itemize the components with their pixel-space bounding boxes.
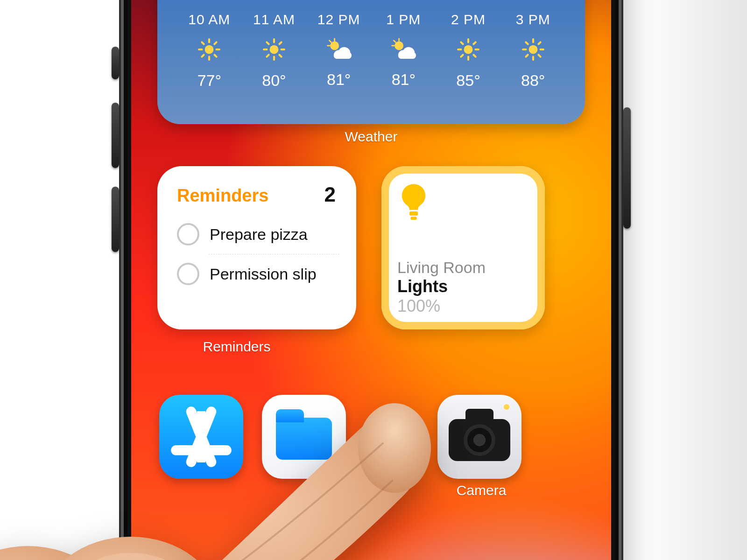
weather-widget-label: Weather <box>131 129 611 145</box>
svg-line-15 <box>215 55 217 56</box>
sun-icon <box>262 38 286 61</box>
home-device: Lights <box>397 277 529 296</box>
weather-hour-0: 10 AM 77° <box>180 12 239 90</box>
svg-line-42 <box>461 55 463 56</box>
weather-hourly: 10 AM 77° 11 AM 80° 12 PM 81° <box>180 12 563 90</box>
svg-point-9 <box>205 45 214 54</box>
phone-frame: Sonoma 76° Sunny H:88° L:57° 10 AM 77° <box>119 0 623 560</box>
svg-line-50 <box>538 55 540 56</box>
sun-icon <box>521 38 545 61</box>
weather-hour-4-temp: 85° <box>456 71 480 90</box>
weather-hour-2-temp: 81° <box>327 70 351 89</box>
weather-widget[interactable]: Sonoma 76° Sunny H:88° L:57° 10 AM 77° <box>157 0 585 124</box>
power-button[interactable] <box>623 107 631 229</box>
svg-line-30 <box>329 41 331 42</box>
home-level: 100% <box>397 296 529 316</box>
lightbulb-icon <box>397 217 430 225</box>
weather-hour-5-temp: 88° <box>521 71 545 90</box>
svg-line-49 <box>526 42 528 44</box>
weather-hour-2: 12 PM 81° <box>309 12 368 90</box>
app-camera[interactable] <box>437 395 521 479</box>
weather-hour-4: 2 PM 85° <box>439 12 498 90</box>
volume-up-button[interactable] <box>112 103 119 168</box>
svg-point-18 <box>270 45 279 54</box>
camera-app-label: Camera <box>435 483 528 498</box>
svg-line-23 <box>267 42 268 44</box>
weather-hour-3-temp: 81° <box>392 70 416 89</box>
app-files[interactable] <box>262 395 346 479</box>
home-lights-widget[interactable]: Living Room Lights 100% <box>381 166 545 329</box>
reminder-text-0: Prepare pizza <box>210 225 308 244</box>
home-screen[interactable]: Sonoma 76° Sunny H:88° L:57° 10 AM 77° <box>131 0 611 560</box>
weather-hour-1: 11 AM 80° <box>245 12 304 90</box>
svg-line-26 <box>279 42 281 44</box>
svg-point-35 <box>464 45 473 54</box>
svg-line-34 <box>394 41 396 42</box>
sun-icon <box>457 38 480 61</box>
svg-line-14 <box>202 42 204 44</box>
sun-icon <box>197 38 221 61</box>
reminder-toggle-0[interactable] <box>177 223 199 245</box>
svg-rect-54 <box>410 217 417 220</box>
weather-hour-1-temp: 80° <box>262 71 286 90</box>
weather-hour-0-temp: 77° <box>197 71 221 90</box>
weather-hour-5-time: 3 PM <box>516 12 550 28</box>
weather-hour-3: 1 PM 81° <box>374 12 433 90</box>
mute-switch[interactable] <box>112 47 119 79</box>
svg-line-51 <box>526 55 528 56</box>
partly-cloudy-icon <box>389 38 417 60</box>
volume-down-button[interactable] <box>112 187 119 252</box>
reminders-widget[interactable]: Reminders 2 Prepare pizza Permission sli… <box>157 166 356 329</box>
svg-line-43 <box>473 42 475 44</box>
reminder-item-1[interactable]: Permission slip <box>174 254 339 294</box>
svg-line-17 <box>215 42 217 44</box>
partly-cloudy-icon <box>325 38 353 60</box>
svg-rect-53 <box>409 211 418 216</box>
reminder-toggle-1[interactable] <box>177 263 199 285</box>
reminders-title: Reminders <box>177 186 268 206</box>
svg-line-52 <box>538 42 540 44</box>
reminders-count: 2 <box>324 183 336 206</box>
svg-line-16 <box>202 55 204 56</box>
app-appstore[interactable] <box>159 395 243 479</box>
svg-point-44 <box>529 45 537 54</box>
reminder-item-0[interactable]: Prepare pizza <box>174 215 339 254</box>
weather-hour-0-time: 10 AM <box>188 12 230 28</box>
svg-line-24 <box>279 55 281 56</box>
reminders-widget-label: Reminders <box>157 339 316 355</box>
svg-line-40 <box>461 42 463 44</box>
home-room: Living Room <box>397 259 529 277</box>
reminder-text-1: Permission slip <box>210 265 317 283</box>
svg-line-41 <box>473 55 475 56</box>
svg-line-25 <box>267 55 268 56</box>
weather-hour-2-time: 12 PM <box>317 12 360 28</box>
svg-point-58 <box>0 546 117 560</box>
weather-hour-1-time: 11 AM <box>253 12 295 28</box>
weather-hour-3-time: 1 PM <box>386 12 421 28</box>
weather-hour-5: 3 PM 88° <box>503 12 563 90</box>
weather-hour-4-time: 2 PM <box>451 12 486 28</box>
